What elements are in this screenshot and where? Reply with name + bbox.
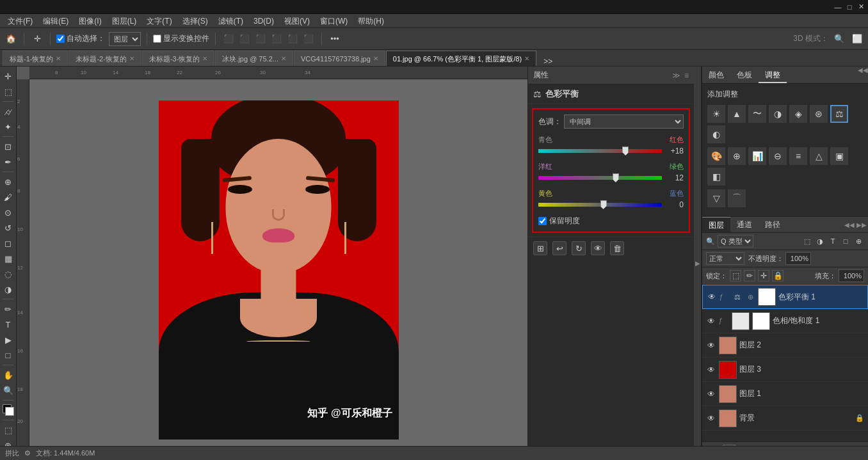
menu-item[interactable]: 滤镜(T) (213, 14, 248, 28)
tab-adjustments[interactable]: 调整 (759, 67, 787, 83)
prop-delete-btn[interactable]: 🗑 (610, 241, 624, 255)
layer-item-4[interactable]: 👁 图层 1 (702, 382, 868, 406)
show-transform-input[interactable] (153, 35, 161, 43)
menu-item[interactable]: 选择(S) (177, 14, 213, 28)
selective-icon-btn[interactable]: ◧ (707, 168, 725, 186)
filter-shape-btn[interactable]: □ (840, 235, 851, 247)
blur-btn[interactable]: ◌ (1, 267, 15, 281)
prop-undo-btn[interactable]: ↩ (552, 241, 567, 255)
prop-redo-btn[interactable]: ↻ (572, 241, 586, 255)
curves2-icon-btn[interactable]: ⌒ (728, 189, 746, 207)
exposure-icon-btn[interactable]: ◑ (769, 105, 787, 123)
brightness-icon-btn[interactable]: ☀ (707, 105, 725, 123)
layers-tab-paths[interactable]: 路径 (759, 217, 787, 232)
lock-position-btn[interactable]: ✛ (758, 270, 769, 282)
tab-close-3[interactable]: ✕ (281, 51, 286, 67)
tone-select[interactable]: 阴影中间调高光 (564, 115, 684, 129)
colorbalance-icon-btn[interactable]: ⚖ (830, 105, 848, 123)
crop-tool-btn[interactable]: ⊡ (1, 139, 15, 154)
minimize-button[interactable]: — (833, 3, 842, 12)
filter-adjust-btn[interactable]: ◑ (814, 235, 826, 247)
workspaces-button[interactable]: ⬜ (850, 32, 864, 46)
layer-eye-3[interactable]: 👁 (706, 365, 716, 375)
align-center-v[interactable]: ⬛ (285, 32, 300, 46)
layer-eye-1[interactable]: 👁 (706, 316, 716, 326)
more-options[interactable]: ••• (328, 32, 342, 46)
titlebar-controls[interactable]: — □ ✕ (833, 3, 865, 12)
tab-close-2[interactable]: ✕ (202, 51, 207, 67)
bw-icon-btn[interactable]: ◐ (707, 125, 725, 143)
filter-text-btn[interactable]: T (827, 235, 839, 247)
menu-item[interactable]: 3D(D) (248, 14, 279, 28)
invert-icon-btn[interactable]: ⊖ (769, 147, 787, 165)
align-right[interactable]: ⬛ (253, 32, 268, 46)
show-transform-checkbox[interactable]: 显示变换控件 (153, 33, 209, 44)
huesat-icon-btn[interactable]: ⊛ (810, 105, 828, 123)
auto-select-input[interactable] (56, 35, 65, 43)
mixer-icon-btn[interactable]: ⊕ (728, 147, 746, 165)
yellow-blue-thumb[interactable] (600, 200, 607, 209)
dodge-btn[interactable]: ◑ (1, 282, 15, 296)
brush-tool-btn[interactable]: 🖌 (1, 190, 15, 204)
align-bottom[interactable]: ⬛ (301, 32, 316, 46)
blend-mode-select[interactable]: 正常 (706, 252, 744, 265)
gradient-btn[interactable]: ▦ (1, 251, 15, 266)
menu-item[interactable]: 图像(I) (74, 14, 106, 28)
shadows-icon-btn[interactable]: ▽ (707, 189, 725, 207)
lookup-icon-btn[interactable]: 📊 (748, 147, 766, 165)
levels-icon-btn[interactable]: ▲ (728, 105, 746, 123)
quick-select-btn[interactable]: ✦ (1, 120, 15, 134)
maximize-button[interactable]: □ (845, 3, 854, 12)
menu-item[interactable]: 编辑(E) (38, 14, 74, 28)
history-brush-btn[interactable]: ↺ (1, 221, 15, 235)
layer-eye-2[interactable]: 👁 (706, 340, 716, 351)
layer-item-5[interactable]: 👁 背景 🔒 (702, 406, 868, 431)
properties-expand-btn[interactable]: ≫ (672, 71, 680, 80)
hand-tool-btn[interactable]: ✋ (1, 368, 15, 382)
layers-collapse-right[interactable]: ▶▶ (856, 221, 867, 228)
pen-tool-btn[interactable]: ✏ (1, 302, 15, 316)
tab-close-5[interactable]: ✕ (524, 51, 529, 67)
type-filter-select[interactable]: Q 类型 (718, 235, 753, 248)
auto-select-checkbox[interactable]: 自动选择： (56, 33, 105, 44)
gradient-map-icon-btn[interactable]: ▣ (830, 147, 848, 165)
move-tool-btn[interactable]: ✛ (1, 69, 15, 83)
menu-item[interactable]: 图层(L) (107, 14, 142, 28)
posterize-icon-btn[interactable]: ≡ (789, 147, 807, 165)
magenta-green-thumb[interactable] (613, 173, 619, 182)
preserve-checkbox[interactable] (538, 217, 547, 225)
layer-item-2[interactable]: 👁 图层 2 (702, 333, 868, 358)
collapse-left-btn[interactable]: ▶ (694, 67, 702, 460)
menu-item[interactable]: 帮助(H) (353, 14, 389, 28)
tab-1[interactable]: 未标题-2-恢复的 ✕ (68, 51, 141, 66)
fill-input[interactable] (839, 269, 864, 282)
shape-tool-btn[interactable]: □ (1, 348, 15, 362)
lock-pixels-btn[interactable]: ✏ (744, 270, 755, 282)
cyan-red-slider-container[interactable] (538, 147, 662, 155)
layer-eye-5[interactable]: 👁 (706, 413, 716, 424)
tab-close-1[interactable]: ✕ (129, 51, 134, 67)
properties-menu-btn[interactable]: ≡ (684, 71, 689, 80)
tab-0[interactable]: 标题-1-恢复的 ✕ (3, 51, 68, 66)
layer-eye-0[interactable]: 👁 (707, 292, 717, 302)
move-tool[interactable]: ✛ (30, 32, 44, 46)
yellow-blue-slider-container[interactable] (538, 200, 662, 209)
lock-transparency-btn[interactable]: ⬚ (730, 270, 741, 282)
tab-close-4[interactable]: ✕ (373, 51, 378, 67)
clone-stamp-btn[interactable]: ⊙ (1, 205, 15, 219)
menu-item[interactable]: 窗口(W) (315, 14, 353, 28)
layers-tab-channels[interactable]: 通道 (730, 217, 759, 232)
layers-collapse-left[interactable]: ◀◀ (844, 221, 855, 228)
prop-visibility-btn[interactable]: 👁 (591, 241, 605, 255)
threshold-icon-btn[interactable]: △ (810, 147, 828, 165)
curves-icon-btn[interactable]: 〜 (748, 105, 766, 123)
tab-5-active[interactable]: 01.jpg @ 66.7% (色彩平衡 1, 图层蒙版/8) ✕ (386, 51, 536, 66)
align-center-h[interactable]: ⬛ (237, 32, 252, 46)
layer-item-1[interactable]: 👁 ƒ 色相/饱和度 1 (702, 309, 868, 333)
layer-item-3[interactable]: 👁 图层 3 (702, 358, 868, 382)
tab-2[interactable]: 未标题-3-恢复的 ✕ (142, 51, 214, 66)
tab-more-button[interactable]: >> (540, 57, 556, 66)
right-panel-collapse-btn[interactable]: ◀◀ (858, 67, 868, 83)
extra-btn1[interactable]: ⬚ (1, 423, 15, 437)
search-button[interactable]: 🔍 (832, 32, 846, 46)
